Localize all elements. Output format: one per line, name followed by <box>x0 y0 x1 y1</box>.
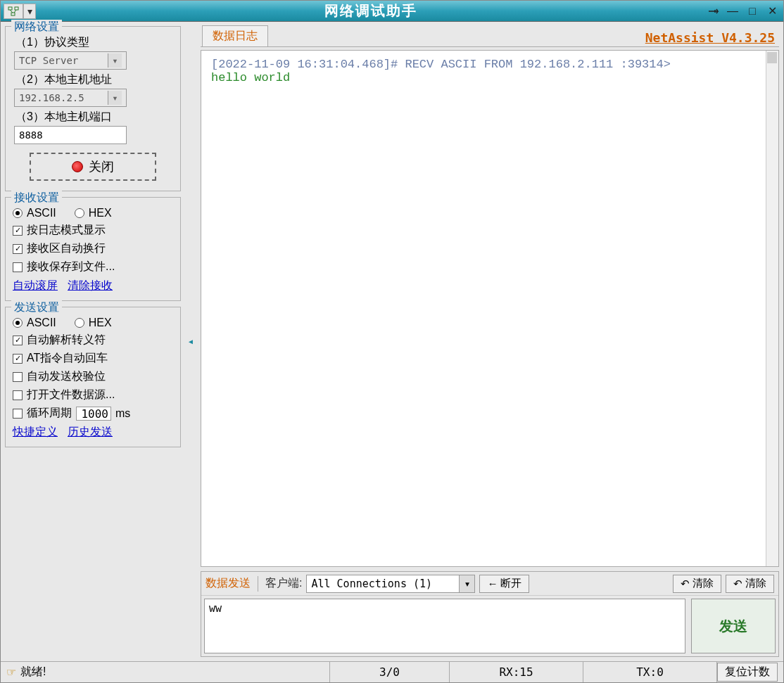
data-send-label: 数据发送 <box>206 576 251 591</box>
send-atcr-checkbox[interactable] <box>13 354 23 364</box>
svg-rect-2 <box>11 13 15 15</box>
protocol-label: （1）协议类型 <box>15 35 173 50</box>
status-ready: 就绪! <box>20 665 46 679</box>
shortcut-define-link[interactable]: 快捷定义 <box>13 425 58 440</box>
undo-icon: ↶ <box>733 577 742 590</box>
hand-icon: ☞ <box>6 665 16 679</box>
send-checksum-checkbox[interactable] <box>13 372 23 382</box>
send-settings-group: 发送设置 ASCII HEX 自动解析转义符 AT指令自动回车 <box>5 307 181 447</box>
recv-hex-radio[interactable] <box>75 208 84 218</box>
autoscroll-link[interactable]: 自动滚屏 <box>13 279 58 293</box>
undo-icon: ↶ <box>681 577 690 590</box>
minimize-button[interactable]: — <box>726 4 740 18</box>
send-toolbar: 数据发送 客户端: All Connections (1) ▾ ← 断开 ↶ 清… <box>201 572 778 596</box>
cycle-input[interactable]: 1000 <box>76 407 111 421</box>
chevron-down-icon: ▾ <box>108 91 122 105</box>
send-ascii-radio[interactable] <box>13 318 23 328</box>
send-settings-legend: 发送设置 <box>11 300 62 315</box>
clear-receive-link[interactable]: 清除接收 <box>68 279 113 293</box>
status-tx: TX:0 <box>583 662 716 682</box>
svg-line-3 <box>10 10 13 13</box>
left-sidebar: 网络设置 （1）协议类型 TCP Server ▾ （2）本地主机地址 192.… <box>5 26 181 657</box>
log-scrollbar[interactable] <box>766 51 778 566</box>
pin-icon[interactable] <box>706 4 720 18</box>
disconnect-button[interactable]: ← 断开 <box>479 575 529 593</box>
titlebar: ▾ 网络调试助手 — □ ✕ <box>1 1 783 22</box>
local-addr-label: （2）本地主机地址 <box>15 72 173 87</box>
receive-settings-legend: 接收设置 <box>11 191 62 205</box>
local-port-label: （3）本地主机端口 <box>15 110 173 125</box>
log-line-message: hello world <box>211 71 769 84</box>
app-window: ▾ 网络调试助手 — □ ✕ 网络设置 （1）协议类型 TCP Server ▾… <box>0 0 784 683</box>
connection-select[interactable]: All Connections (1) ▾ <box>306 575 475 593</box>
send-openfile-checkbox[interactable] <box>13 390 23 400</box>
recv-savefile-checkbox[interactable] <box>13 262 23 272</box>
client-label: 客户端: <box>265 576 302 591</box>
status-seg-count: 3/0 <box>329 662 449 682</box>
clear-right-button[interactable]: ↶ 清除 <box>726 575 774 593</box>
version-link[interactable]: NetAssist V4.3.25 <box>645 30 775 45</box>
local-port-input[interactable] <box>14 126 127 144</box>
statusbar: ☞ 就绪! 3/0 RX:15 TX:0 复位计数 <box>1 661 783 682</box>
chevron-down-icon: ▾ <box>108 53 122 68</box>
send-hex-radio[interactable] <box>75 318 84 328</box>
sysmenu-dropdown[interactable]: ▾ <box>23 4 36 19</box>
window-title: 网络调试助手 <box>36 1 706 20</box>
close-connection-button[interactable]: 关闭 <box>30 153 156 181</box>
send-textarea[interactable]: ww <box>204 599 685 653</box>
tab-header: 数据日志 NetAssist V4.3.25 <box>201 26 779 47</box>
log-line-header: [2022-11-09 16:31:04.468]# RECV ASCII FR… <box>211 58 769 71</box>
recv-ascii-radio[interactable] <box>13 208 23 218</box>
close-window-button[interactable]: ✕ <box>765 4 779 18</box>
chevron-down-icon: ▾ <box>459 575 474 592</box>
local-addr-select[interactable]: 192.168.2.5 ▾ <box>14 89 127 107</box>
recv-logmode-checkbox[interactable] <box>13 226 23 236</box>
protocol-select[interactable]: TCP Server ▾ <box>14 51 127 70</box>
send-cycle-checkbox[interactable] <box>13 409 23 419</box>
arrow-left-icon: ← <box>487 577 498 589</box>
maximize-button[interactable]: □ <box>745 4 759 18</box>
network-settings-legend: 网络设置 <box>11 20 62 34</box>
svg-rect-0 <box>8 7 12 10</box>
send-escape-checkbox[interactable] <box>13 336 23 345</box>
right-panel: 数据日志 NetAssist V4.3.25 [2022-11-09 16:31… <box>201 26 779 657</box>
sysmenu-icon[interactable] <box>4 4 23 19</box>
panel-collapse-handle[interactable] <box>186 26 195 657</box>
record-icon <box>72 161 83 172</box>
send-panel: 数据发送 客户端: All Connections (1) ▾ ← 断开 ↶ 清… <box>201 571 779 657</box>
svg-line-4 <box>14 10 16 13</box>
recv-autowrap-checkbox[interactable] <box>13 244 23 254</box>
history-send-link[interactable]: 历史发送 <box>68 425 113 440</box>
log-textarea[interactable]: [2022-11-09 16:31:04.468]# RECV ASCII FR… <box>201 50 779 567</box>
receive-settings-group: 接收设置 ASCII HEX 按日志模式显示 接收区自动换行 <box>5 197 181 301</box>
network-settings-group: 网络设置 （1）协议类型 TCP Server ▾ （2）本地主机地址 192.… <box>5 26 181 191</box>
send-button[interactable]: 发送 <box>691 599 776 653</box>
tab-data-log[interactable]: 数据日志 <box>202 25 268 46</box>
svg-rect-1 <box>15 7 18 10</box>
status-rx: RX:15 <box>449 662 583 682</box>
clear-left-button[interactable]: ↶ 清除 <box>673 575 721 593</box>
reset-count-button[interactable]: 复位计数 <box>717 663 778 682</box>
